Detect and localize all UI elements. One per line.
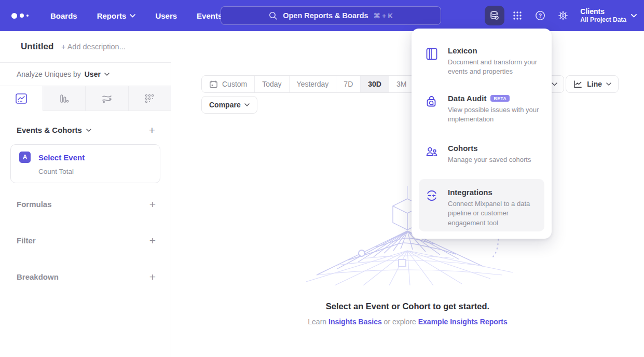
formulas-label: Formulas: [17, 200, 52, 209]
search-input[interactable]: Open Reports & Boards ⌘ + K: [221, 6, 441, 25]
tab-metrics-grid[interactable]: [129, 86, 171, 111]
settings-button[interactable]: [553, 6, 573, 25]
chevron-down-icon: [130, 14, 135, 18]
database-gear-icon: [489, 10, 500, 21]
range-30d-selected[interactable]: 30D: [360, 76, 389, 92]
filter-label: Filter: [17, 236, 36, 245]
menu-item-data-audit[interactable]: Data Audit BETA View possible issues wit…: [412, 94, 552, 125]
chevron-down-icon: [631, 14, 637, 18]
range-label: 3M: [396, 80, 406, 88]
menu-item-description: View possible issues with your implement…: [448, 105, 542, 125]
range-3m[interactable]: 3M: [389, 76, 414, 92]
range-label: 30D: [368, 80, 381, 88]
add-filter-button[interactable]: +: [149, 235, 156, 246]
empty-state-links: Learn Insights Basics or explore Example…: [171, 318, 644, 326]
mixpanel-logo[interactable]: [11, 13, 29, 19]
range-label: 7D: [344, 80, 353, 88]
line-chart-icon: [16, 93, 27, 104]
beta-badge: BETA: [490, 95, 510, 102]
menu-item-title: Cohorts: [448, 144, 478, 153]
menu-item-title: Data Audit: [448, 94, 486, 103]
nav-items: Boards Reports Users Events: [50, 11, 222, 20]
nav-right-cluster: ? Clients All Project Data: [485, 0, 637, 31]
chevron-down-icon: [104, 73, 109, 76]
range-7d[interactable]: 7D: [336, 76, 360, 92]
analyze-label: Analyze Uniques by: [17, 70, 81, 78]
data-audit-icon: [425, 95, 439, 108]
top-nav: Boards Reports Users Events Open Reports…: [0, 0, 644, 31]
analyze-uniques-selector[interactable]: Analyze Uniques by User: [0, 63, 171, 86]
compare-button[interactable]: Compare: [201, 96, 257, 114]
chevron-down-icon: [86, 129, 91, 132]
apps-grid-button[interactable]: [508, 6, 527, 25]
menu-item-description: Manage your saved cohorts: [448, 155, 542, 164]
stream-flow-icon: [101, 93, 113, 104]
nav-item-label: Boards: [50, 11, 77, 20]
search-placeholder: Open Reports & Boards: [283, 11, 368, 20]
nav-item-users[interactable]: Users: [155, 11, 177, 20]
nav-item-events[interactable]: Events: [197, 11, 222, 20]
lexicon-book-icon: [425, 47, 439, 61]
search-shortcut: ⌘ + K: [374, 12, 393, 20]
events-cohorts-label: Events & Cohorts: [17, 126, 82, 134]
chevron-down-icon: [552, 83, 557, 86]
empty-state-title: Select an Event or Cohort to get started…: [171, 301, 644, 311]
bar-chart-icon: [58, 93, 70, 104]
calendar-icon: [209, 80, 218, 89]
chevron-down-icon: [244, 103, 250, 106]
menu-item-description: Document and transform your events and p…: [448, 58, 542, 77]
line-chart-icon: [573, 80, 583, 89]
explore-text: or explore: [384, 318, 416, 326]
event-card[interactable]: A Select Event Count Total: [10, 144, 160, 183]
nav-item-label: Users: [155, 11, 177, 20]
range-yesterday[interactable]: Yesterday: [289, 76, 336, 92]
search-icon: [269, 11, 278, 20]
dots-grid-icon: [144, 93, 155, 104]
nav-item-reports[interactable]: Reports: [97, 11, 136, 20]
chevron-down-icon: [606, 83, 611, 86]
range-label: Today: [262, 80, 281, 88]
chart-area: Custom Today Yesterday 7D 30D 3M 6M 12M …: [171, 62, 644, 357]
count-total-selector[interactable]: Count Total: [38, 168, 152, 175]
select-event-label[interactable]: Select Event: [38, 153, 85, 162]
tab-flow-chart[interactable]: [86, 86, 129, 111]
nav-item-label: Reports: [97, 11, 127, 20]
cohorts-people-icon: [425, 145, 439, 158]
description-placeholder[interactable]: + Add description...: [61, 43, 126, 51]
add-formula-button[interactable]: +: [149, 199, 156, 210]
chart-type-selector[interactable]: Line: [566, 75, 619, 93]
data-management-button[interactable]: [485, 6, 504, 25]
learn-prefix: Learn: [308, 318, 326, 326]
example-reports-link[interactable]: Example Insights Reports: [418, 318, 508, 326]
events-cohorts-header[interactable]: Events & Cohorts +: [0, 125, 171, 135]
nav-item-label: Events: [197, 11, 222, 20]
report-title[interactable]: Untitled: [21, 42, 53, 52]
menu-item-lexicon[interactable]: Lexicon Document and transform your even…: [412, 46, 552, 77]
add-event-button[interactable]: +: [149, 125, 155, 135]
analyze-value: User: [85, 70, 101, 78]
filter-section[interactable]: Filter +: [0, 235, 171, 246]
tab-insights-line[interactable]: [0, 86, 43, 111]
menu-item-integrations[interactable]: Integrations Connect Mixpanel to a data …: [419, 179, 544, 231]
range-label: Custom: [222, 80, 247, 88]
range-today[interactable]: Today: [254, 76, 289, 92]
chart-type-tabs: [0, 86, 171, 111]
breakdown-section[interactable]: Breakdown +: [0, 271, 171, 282]
grid-dots-icon: [512, 10, 523, 21]
help-button[interactable]: ?: [530, 6, 550, 25]
project-scope: All Project Data: [580, 16, 626, 24]
project-name: Clients: [580, 7, 626, 17]
compare-label: Compare: [209, 101, 241, 109]
project-selector[interactable]: Clients All Project Data: [580, 7, 637, 24]
add-breakdown-button[interactable]: +: [149, 271, 156, 282]
insights-basics-link[interactable]: Insights Basics: [328, 318, 382, 326]
nav-item-boards[interactable]: Boards: [50, 11, 77, 20]
formulas-section[interactable]: Formulas +: [0, 199, 171, 210]
menu-item-title: Lexicon: [448, 46, 477, 55]
range-custom[interactable]: Custom: [202, 76, 254, 92]
tab-bar-chart[interactable]: [43, 86, 86, 111]
range-label: Yesterday: [297, 80, 329, 88]
gear-icon: [557, 10, 569, 21]
chart-type-label: Line: [587, 80, 602, 88]
menu-item-cohorts[interactable]: Cohorts Manage your saved cohorts: [412, 144, 552, 164]
